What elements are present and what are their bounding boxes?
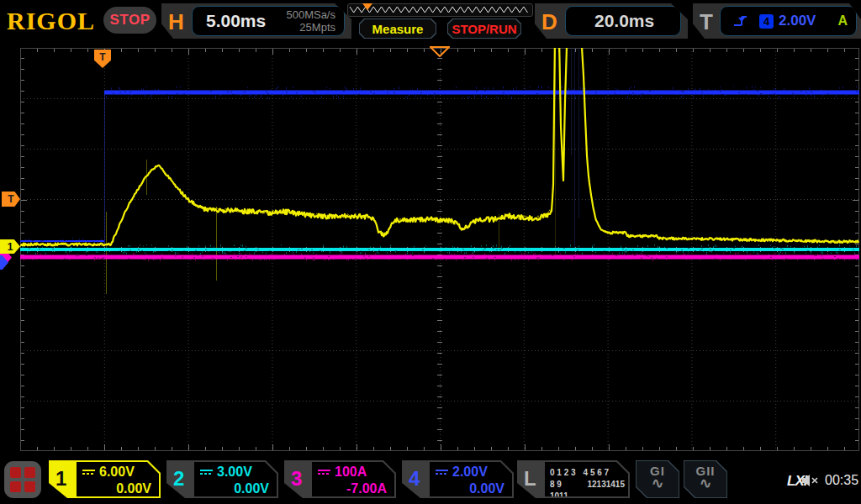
sample-rate: 500MSa/s: [286, 8, 335, 21]
channel-3-offset: -7.00A: [318, 480, 387, 497]
channel-4-number: 4: [409, 467, 420, 491]
d-label: D: [541, 9, 557, 35]
channel-4-scale: 2.00V: [452, 464, 488, 480]
channel-2-offset: 0.00V: [200, 480, 269, 497]
delay-center-marker: [430, 46, 450, 57]
channel-1-number: 1: [55, 467, 66, 491]
rigol-logo: RIGOL: [7, 7, 95, 35]
delay-value: 20.0ms: [594, 11, 654, 31]
logic-analyzer-block[interactable]: L 0 1 2 34 5 6 7 8 9 101112131415: [517, 460, 630, 498]
channel-4-offset: 0.00V: [436, 480, 504, 497]
waveform-display[interactable]: [20, 48, 859, 451]
ch1-ground-marker[interactable]: 1: [0, 239, 20, 254]
run-state-badge: STOP: [103, 7, 156, 34]
channel-2-scale: 3.00V: [217, 464, 252, 480]
stop-run-button-label: STOP/RUN: [448, 19, 520, 38]
oscilloscope-screen: RIGOL STOP H 5.00ms 500MSa/s 25Mpts Meas…: [0, 0, 861, 504]
trigger-edge-icon: [732, 13, 751, 29]
trigger-source-badge: 4: [759, 14, 774, 29]
channel-3-number: 3: [291, 467, 302, 491]
dc-coupling-icon: [200, 470, 213, 475]
delay-menu[interactable]: D 20.0ms: [535, 3, 688, 39]
channel-2-block[interactable]: 2 3.00V 0.00V: [166, 460, 278, 498]
memory-position-bar[interactable]: [347, 3, 533, 17]
trigger-level-marker[interactable]: T: [2, 192, 20, 207]
timebase-box[interactable]: 5.00ms 500MSa/s 25Mpts: [192, 6, 345, 36]
dc-coupling-icon: [82, 470, 95, 475]
trigger-box[interactable]: 4 2.00V A: [720, 6, 857, 36]
dc-coupling-icon: [436, 470, 448, 475]
channel-1-offset: 0.00V: [82, 480, 151, 497]
horizontal-menu[interactable]: H 5.00ms 500MSa/s 25Mpts: [161, 3, 351, 39]
sine-icon: ∿: [652, 478, 663, 490]
la-label: L: [524, 467, 536, 491]
channel-3-block[interactable]: 3 100A -7.00A: [284, 460, 396, 498]
channel-1-scale: 6.00V: [99, 464, 135, 480]
la-digits: 0 1 2 3: [550, 467, 576, 479]
measure-button[interactable]: Measure: [359, 18, 436, 39]
channel-1-block[interactable]: 1 6.00V 0.00V: [49, 460, 161, 498]
channel-2-number: 2: [173, 467, 184, 491]
channel-4-block[interactable]: 4 2.00V 0.00V: [402, 460, 514, 498]
memory-depth: 25Mpts: [299, 21, 335, 34]
clock: 00:35: [825, 473, 858, 488]
memory-position-marker: [362, 3, 372, 10]
delay-box[interactable]: 20.0ms: [565, 6, 681, 36]
trigger-level-value: 2.00V: [779, 13, 816, 29]
timebase-value: 5.00ms: [206, 11, 266, 31]
trigger-menu[interactable]: T 4 2.00V A: [693, 3, 861, 39]
channel-3-scale: 100A: [335, 464, 367, 480]
t-label: T: [700, 9, 713, 35]
sine-icon: ∿: [700, 478, 711, 490]
la-digits: 8 9 1011: [550, 479, 580, 502]
waveform-overview-icon: [348, 4, 532, 16]
menu-grid-icon[interactable]: [4, 461, 41, 498]
sound-muted-icon[interactable]: [801, 474, 820, 487]
measure-button-label: Measure: [360, 19, 436, 38]
generator-2-button[interactable]: GII ∿: [684, 460, 727, 498]
generator-1-button[interactable]: GI ∿: [636, 460, 679, 498]
trigger-sweep-mode: A: [837, 13, 848, 29]
dc-coupling-icon: [318, 470, 330, 475]
stop-run-button[interactable]: STOP/RUN: [447, 18, 521, 39]
h-label: H: [168, 9, 184, 35]
